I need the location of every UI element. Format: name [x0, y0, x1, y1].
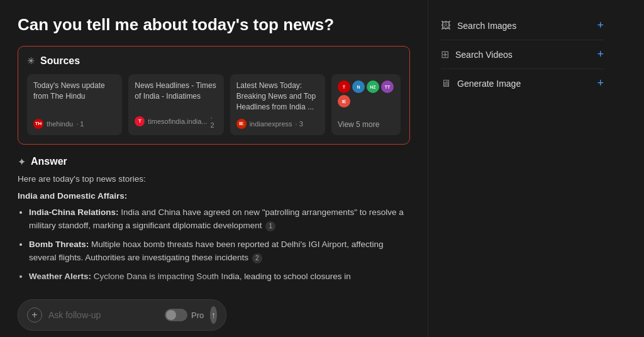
plus-icon-2: + — [597, 48, 604, 61]
ref-2: 2 — [252, 253, 262, 263]
view-more-card[interactable]: T N HZ TT IE View 5 more — [331, 74, 401, 135]
sources-heading: Sources — [40, 55, 80, 67]
pro-toggle-container[interactable]: Pro — [165, 309, 204, 321]
sidebar-item-left-1: 🖼 Search Images — [441, 20, 516, 31]
item-text-3: Cyclone Dana is impacting South India, l… — [94, 272, 351, 281]
image-icon: 🖼 — [441, 20, 451, 31]
search-images-label: Search Images — [457, 21, 516, 31]
pro-toggle-switch[interactable] — [165, 309, 187, 321]
ref-1: 1 — [265, 221, 275, 231]
sources-icon: ✳ — [27, 55, 35, 67]
mini-logo-1: T — [338, 80, 350, 93]
generate-image-label: Generate Image — [457, 79, 521, 89]
mini-logo-5: IE — [338, 95, 350, 108]
source-num-2: · 2 — [211, 114, 218, 129]
view-more-icons: T N HZ TT IE — [338, 80, 394, 108]
follow-up-input[interactable] — [48, 310, 158, 320]
mini-logo-4: TT — [381, 80, 394, 93]
answer-heading: Answer — [31, 156, 67, 167]
source-num-3: · 3 — [296, 120, 303, 128]
source-name-2: timesofindia.india... — [148, 118, 207, 125]
sources-box: ✳ Sources Today's News update from The H… — [18, 46, 410, 144]
item-bold-3: Weather Alerts: — [29, 272, 91, 281]
source-logo-3: IE — [236, 119, 247, 129]
source-name-3: indianexpress — [250, 120, 292, 128]
input-bar: + Pro ↑ — [18, 299, 226, 331]
sidebar-item-search-images[interactable]: 🖼 Search Images + — [441, 11, 604, 40]
source-num-1: · 1 — [76, 120, 84, 128]
page-title: Can you tell me about today's top news? — [18, 15, 410, 35]
plus-icon-1: + — [597, 19, 604, 32]
sidebar-item-search-videos[interactable]: ⊞ Search Videos + — [441, 40, 604, 69]
source-card-1[interactable]: Today's News update from The Hindu TH th… — [27, 74, 122, 135]
answer-icon: ✦ — [18, 156, 26, 168]
source-name-1: thehindu — [47, 120, 73, 128]
sidebar-item-generate-image[interactable]: 🖥 Generate Image + — [441, 69, 604, 97]
answer-section: ✦ Answer Here are today's top news stori… — [18, 156, 410, 284]
source-card-2[interactable]: News Headlines - Times of India - Indiat… — [128, 74, 223, 135]
pro-label: Pro — [191, 311, 204, 320]
list-item: Weather Alerts: Cyclone Dana is impactin… — [29, 270, 410, 284]
list-item: Bomb Threats: Multiple hoax bomb threats… — [29, 238, 410, 265]
mini-logo-2: N — [352, 80, 365, 93]
answer-section-title: India and Domestic Affairs: — [18, 191, 410, 201]
sidebar-item-left-2: ⊞ Search Videos — [441, 48, 513, 60]
item-bold-2: Bomb Threats: — [29, 240, 89, 249]
mini-logo-3: HZ — [367, 80, 379, 93]
sources-cards: Today's News update from The Hindu TH th… — [27, 74, 401, 135]
answer-intro: Here are today's top news stories: — [18, 174, 410, 184]
generate-icon: 🖥 — [441, 78, 451, 89]
source-logo-2: T — [135, 116, 145, 126]
search-videos-label: Search Videos — [455, 50, 513, 60]
source-card-footer-1: TH thehindu · 1 — [33, 119, 116, 129]
source-card-title-1: Today's News update from The Hindu — [33, 80, 116, 112]
sidebar-item-left-3: 🖥 Generate Image — [441, 78, 521, 89]
source-card-footer-3: IE indianexpress · 3 — [236, 119, 319, 129]
plus-icon-3: + — [597, 77, 604, 90]
list-item: India-China Relations: India and China h… — [29, 206, 410, 233]
video-icon: ⊞ — [441, 48, 449, 60]
add-button[interactable]: + — [27, 307, 42, 323]
send-button[interactable]: ↑ — [210, 306, 217, 324]
view-more-text: View 5 more — [338, 120, 394, 129]
source-logo-1: TH — [33, 119, 43, 129]
source-card-title-2: News Headlines - Times of India - Indiat… — [135, 80, 217, 107]
source-card-3[interactable]: Latest News Today: Breaking News and Top… — [230, 74, 325, 135]
item-bold-1: India-China Relations: — [29, 207, 119, 217]
answer-list: India-China Relations: India and China h… — [18, 206, 410, 284]
source-card-title-3: Latest News Today: Breaking News and Top… — [236, 80, 319, 112]
source-card-footer-2: T timesofindia.india... · 2 — [135, 114, 217, 129]
sidebar: 🖼 Search Images + ⊞ Search Videos + 🖥 Ge… — [428, 0, 616, 337]
